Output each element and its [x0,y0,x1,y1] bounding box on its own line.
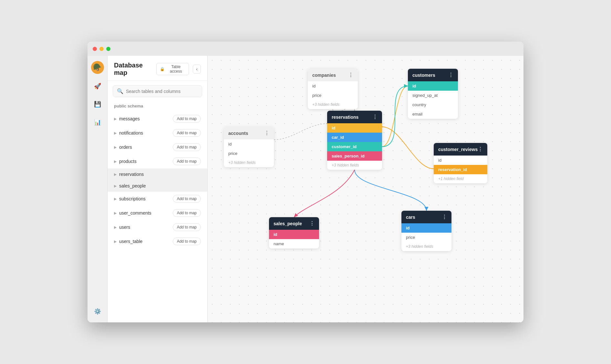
add-to-map-button[interactable]: Add to map [173,115,201,123]
table-companies[interactable]: companies ⋮ idprice+3 hidden fields [308,69,358,109]
field-companies-+3-hidden-fields: +3 hidden fields [308,100,358,109]
field-sales_people-id: id [269,230,319,239]
sidebar-item-user_comments[interactable]: ▶ user_comments Add to map [108,206,207,220]
arrows-overlay [208,56,523,322]
table-menu-sales_people[interactable]: ⋮ [309,220,315,227]
field-companies-id: id [308,81,358,91]
minimize-button[interactable] [99,47,104,51]
sidebar: Database map 🔒 Table access ‹ 🔍 public s… [108,56,208,322]
sidebar-item-users_table[interactable]: ▶ users_table Add to map [108,234,207,248]
field-accounts-id: id [224,139,274,149]
user-avatar[interactable]: 🪖 [91,61,104,74]
search-icon: 🔍 [117,88,123,94]
table-menu-companies[interactable]: ⋮ [348,72,353,78]
table-sales_people[interactable]: sales_people ⋮ idname [269,217,319,248]
add-to-map-button[interactable]: Add to map [173,209,201,217]
table-name-reservations: reservations [332,115,358,120]
sidebar-item-label: messages [119,116,173,121]
field-companies-price: price [308,91,358,100]
table-header-customers: customers ⋮ [408,69,458,81]
table-menu-customers[interactable]: ⋮ [448,72,453,78]
add-to-map-button[interactable]: Add to map [173,223,201,231]
table-name-customers: customers [412,73,435,78]
table-menu-accounts[interactable]: ⋮ [264,130,269,136]
table-menu-cars[interactable]: ⋮ [442,214,447,220]
field-customers-signed_up_at: signed_up_at [408,91,458,100]
table-customers[interactable]: customers ⋮ idsigned_up_atcountryemail [408,69,458,119]
table-header-accounts: accounts ⋮ [224,127,274,139]
nav-settings-icon[interactable]: ⚙️ [92,306,103,317]
add-to-map-button[interactable]: Add to map [173,129,201,137]
sidebar-item-sales_people[interactable]: ▶ sales_people [108,180,207,192]
sidebar-list: ▶ messages Add to map ▶ notifications Ad… [108,112,207,322]
chevron-right-icon: ▶ [114,117,117,121]
table-access-button[interactable]: 🔒 Table access [156,63,189,75]
field-cars-id: id [401,223,451,233]
field-reservations-id: id [327,123,382,133]
add-to-map-button[interactable]: Add to map [173,143,201,151]
table-name-customer_reviews: customer_reviews [438,147,478,152]
table-header-sales_people: sales_people ⋮ [269,217,319,230]
field-customer_reviews-+1-hidden-field: +1 hidden field [434,174,487,183]
chevron-right-icon: ▶ [114,184,117,188]
sidebar-item-reservations[interactable]: ▶ reservations [108,168,207,180]
field-customer_reviews-id: id [434,156,487,165]
sidebar-item-notifications[interactable]: ▶ notifications Add to map [108,126,207,140]
main-canvas[interactable]: companies ⋮ idprice+3 hidden fields cust… [208,56,523,322]
sidebar-item-subscriptions[interactable]: ▶ subscriptions Add to map [108,192,207,206]
table-menu-reservations[interactable]: ⋮ [372,114,378,120]
sidebar-item-label: sales_people [119,183,201,188]
table-cars[interactable]: cars ⋮ idprice+3 hidden fields [401,211,451,251]
chevron-right-icon: ▶ [114,239,117,244]
sidebar-item-label: users [119,225,173,230]
search-input[interactable] [126,89,198,94]
field-sales_people-name: name [269,239,319,248]
add-to-map-button[interactable]: Add to map [173,157,201,165]
sidebar-item-label: subscriptions [119,196,173,201]
sidebar-item-label: orders [119,145,173,150]
app-window: 🪖 🚀 💾 📊 ⚙️ Database map 🔒 Table access ‹… [88,42,523,322]
chevron-right-icon: ▶ [114,172,117,177]
field-customer_reviews-reservation_id: reservation_id [434,165,487,174]
table-reservations[interactable]: reservations ⋮ idcar_idcustomer_idsales_… [327,111,382,170]
maximize-button[interactable] [106,47,110,51]
table-customer_reviews[interactable]: customer_reviews ⋮ idreservation_id+1 hi… [434,143,487,183]
table-header-companies: companies ⋮ [308,69,358,81]
sidebar-item-orders[interactable]: ▶ orders Add to map [108,140,207,154]
field-cars-+3-hidden-fields: +3 hidden fields [401,242,451,251]
sidebar-item-label: user_comments [119,210,173,216]
field-customers-country: country [408,100,458,109]
field-reservations-customer_id: customer_id [327,142,382,151]
table-name-accounts: accounts [228,131,248,136]
field-reservations-+3-hidden-fields: +3 hidden fields [327,161,382,170]
chevron-right-icon: ▶ [114,131,117,135]
sidebar-item-messages[interactable]: ▶ messages Add to map [108,112,207,126]
sidebar-item-label: reservations [119,172,201,177]
table-header-reservations: reservations ⋮ [327,111,382,123]
nav-save-icon[interactable]: 💾 [92,98,103,110]
sidebar-title: Database map [114,62,152,76]
table-name-companies: companies [312,73,336,78]
field-reservations-car_id: car_id [327,133,382,142]
nav-home-icon[interactable]: 🚀 [92,80,103,92]
icon-nav: 🪖 🚀 💾 📊 ⚙️ [88,56,108,322]
lock-icon: 🔒 [160,67,165,71]
chevron-right-icon: ▶ [114,211,117,215]
field-accounts-+3-hidden-fields: +3 hidden fields [224,158,274,167]
titlebar [88,42,523,56]
sidebar-item-label: products [119,159,173,164]
close-button[interactable] [93,47,97,51]
back-button[interactable]: ‹ [193,65,201,74]
field-reservations-sales_person_id: sales_person_id [327,151,382,161]
sidebar-item-products[interactable]: ▶ products Add to map [108,154,207,168]
add-to-map-button[interactable]: Add to map [173,195,201,203]
chevron-right-icon: ▶ [114,197,117,201]
table-accounts[interactable]: accounts ⋮ idprice+3 hidden fields [224,127,274,167]
nav-chart-icon[interactable]: 📊 [92,116,103,128]
chevron-right-icon: ▶ [114,145,117,149]
table-menu-customer_reviews[interactable]: ⋮ [478,146,483,152]
search-bar[interactable]: 🔍 [113,85,202,97]
table-name-sales_people: sales_people [274,221,302,226]
add-to-map-button[interactable]: Add to map [173,238,201,245]
sidebar-item-users[interactable]: ▶ users Add to map [108,220,207,234]
